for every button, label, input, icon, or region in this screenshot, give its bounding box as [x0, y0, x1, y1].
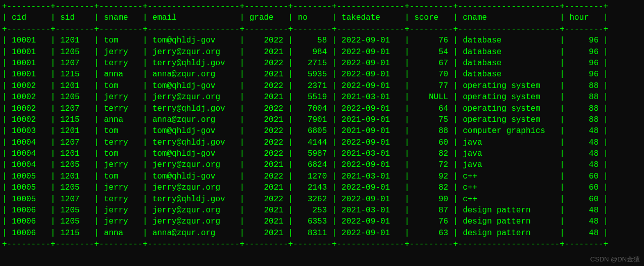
- watermark: CSDN @DN金猿: [590, 255, 640, 264]
- sql-result-table: +---------+--------+---------+----------…: [0, 0, 644, 251]
